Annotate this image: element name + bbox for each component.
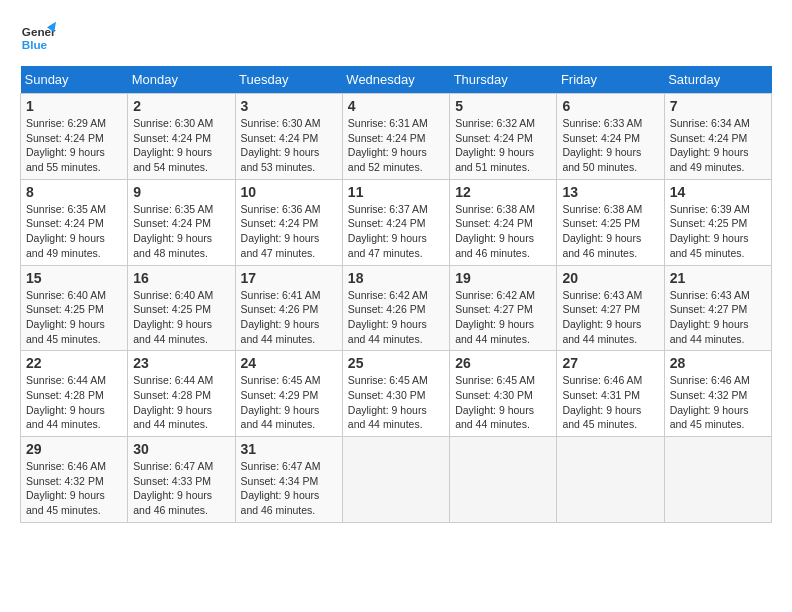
day-info: Sunrise: 6:29 AMSunset: 4:24 PMDaylight:…	[26, 116, 122, 175]
day-info: Sunrise: 6:37 AMSunset: 4:24 PMDaylight:…	[348, 202, 444, 261]
day-number: 22	[26, 355, 122, 371]
day-info: Sunrise: 6:43 AMSunset: 4:27 PMDaylight:…	[562, 288, 658, 347]
day-info: Sunrise: 6:38 AMSunset: 4:25 PMDaylight:…	[562, 202, 658, 261]
header: General Blue	[20, 20, 772, 56]
calendar-table: SundayMondayTuesdayWednesdayThursdayFrid…	[20, 66, 772, 523]
day-info: Sunrise: 6:38 AMSunset: 4:24 PMDaylight:…	[455, 202, 551, 261]
calendar-cell: 16Sunrise: 6:40 AMSunset: 4:25 PMDayligh…	[128, 265, 235, 351]
calendar-cell: 31Sunrise: 6:47 AMSunset: 4:34 PMDayligh…	[235, 437, 342, 523]
day-info: Sunrise: 6:30 AMSunset: 4:24 PMDaylight:…	[241, 116, 337, 175]
calendar-cell: 23Sunrise: 6:44 AMSunset: 4:28 PMDayligh…	[128, 351, 235, 437]
calendar-cell	[557, 437, 664, 523]
calendar-cell: 4Sunrise: 6:31 AMSunset: 4:24 PMDaylight…	[342, 94, 449, 180]
calendar-cell: 24Sunrise: 6:45 AMSunset: 4:29 PMDayligh…	[235, 351, 342, 437]
day-info: Sunrise: 6:39 AMSunset: 4:25 PMDaylight:…	[670, 202, 766, 261]
day-info: Sunrise: 6:45 AMSunset: 4:30 PMDaylight:…	[455, 373, 551, 432]
calendar-cell: 6Sunrise: 6:33 AMSunset: 4:24 PMDaylight…	[557, 94, 664, 180]
day-header-tuesday: Tuesday	[235, 66, 342, 94]
calendar-cell: 29Sunrise: 6:46 AMSunset: 4:32 PMDayligh…	[21, 437, 128, 523]
calendar-cell: 13Sunrise: 6:38 AMSunset: 4:25 PMDayligh…	[557, 179, 664, 265]
day-info: Sunrise: 6:42 AMSunset: 4:27 PMDaylight:…	[455, 288, 551, 347]
day-number: 5	[455, 98, 551, 114]
day-info: Sunrise: 6:42 AMSunset: 4:26 PMDaylight:…	[348, 288, 444, 347]
day-info: Sunrise: 6:47 AMSunset: 4:33 PMDaylight:…	[133, 459, 229, 518]
logo: General Blue	[20, 20, 56, 56]
calendar-cell: 7Sunrise: 6:34 AMSunset: 4:24 PMDaylight…	[664, 94, 771, 180]
day-info: Sunrise: 6:44 AMSunset: 4:28 PMDaylight:…	[26, 373, 122, 432]
day-number: 6	[562, 98, 658, 114]
day-info: Sunrise: 6:32 AMSunset: 4:24 PMDaylight:…	[455, 116, 551, 175]
day-info: Sunrise: 6:30 AMSunset: 4:24 PMDaylight:…	[133, 116, 229, 175]
calendar-cell: 12Sunrise: 6:38 AMSunset: 4:24 PMDayligh…	[450, 179, 557, 265]
day-header-monday: Monday	[128, 66, 235, 94]
calendar-cell: 25Sunrise: 6:45 AMSunset: 4:30 PMDayligh…	[342, 351, 449, 437]
calendar-cell: 26Sunrise: 6:45 AMSunset: 4:30 PMDayligh…	[450, 351, 557, 437]
day-number: 24	[241, 355, 337, 371]
day-number: 31	[241, 441, 337, 457]
calendar-cell: 17Sunrise: 6:41 AMSunset: 4:26 PMDayligh…	[235, 265, 342, 351]
calendar-cell: 1Sunrise: 6:29 AMSunset: 4:24 PMDaylight…	[21, 94, 128, 180]
day-number: 3	[241, 98, 337, 114]
day-number: 10	[241, 184, 337, 200]
calendar-cell: 11Sunrise: 6:37 AMSunset: 4:24 PMDayligh…	[342, 179, 449, 265]
day-number: 13	[562, 184, 658, 200]
day-info: Sunrise: 6:45 AMSunset: 4:30 PMDaylight:…	[348, 373, 444, 432]
day-number: 17	[241, 270, 337, 286]
day-number: 18	[348, 270, 444, 286]
calendar-cell	[664, 437, 771, 523]
day-number: 28	[670, 355, 766, 371]
day-number: 27	[562, 355, 658, 371]
calendar-cell: 10Sunrise: 6:36 AMSunset: 4:24 PMDayligh…	[235, 179, 342, 265]
day-info: Sunrise: 6:31 AMSunset: 4:24 PMDaylight:…	[348, 116, 444, 175]
calendar-cell: 20Sunrise: 6:43 AMSunset: 4:27 PMDayligh…	[557, 265, 664, 351]
day-number: 2	[133, 98, 229, 114]
week-row-4: 22Sunrise: 6:44 AMSunset: 4:28 PMDayligh…	[21, 351, 772, 437]
calendar-cell: 27Sunrise: 6:46 AMSunset: 4:31 PMDayligh…	[557, 351, 664, 437]
day-info: Sunrise: 6:34 AMSunset: 4:24 PMDaylight:…	[670, 116, 766, 175]
day-info: Sunrise: 6:45 AMSunset: 4:29 PMDaylight:…	[241, 373, 337, 432]
week-row-3: 15Sunrise: 6:40 AMSunset: 4:25 PMDayligh…	[21, 265, 772, 351]
week-row-1: 1Sunrise: 6:29 AMSunset: 4:24 PMDaylight…	[21, 94, 772, 180]
day-header-saturday: Saturday	[664, 66, 771, 94]
calendar-cell: 18Sunrise: 6:42 AMSunset: 4:26 PMDayligh…	[342, 265, 449, 351]
day-header-thursday: Thursday	[450, 66, 557, 94]
calendar-cell: 9Sunrise: 6:35 AMSunset: 4:24 PMDaylight…	[128, 179, 235, 265]
day-info: Sunrise: 6:47 AMSunset: 4:34 PMDaylight:…	[241, 459, 337, 518]
day-number: 16	[133, 270, 229, 286]
day-info: Sunrise: 6:35 AMSunset: 4:24 PMDaylight:…	[133, 202, 229, 261]
calendar-cell: 21Sunrise: 6:43 AMSunset: 4:27 PMDayligh…	[664, 265, 771, 351]
day-number: 4	[348, 98, 444, 114]
day-number: 9	[133, 184, 229, 200]
day-number: 14	[670, 184, 766, 200]
calendar-cell: 22Sunrise: 6:44 AMSunset: 4:28 PMDayligh…	[21, 351, 128, 437]
day-number: 11	[348, 184, 444, 200]
day-number: 8	[26, 184, 122, 200]
day-number: 12	[455, 184, 551, 200]
day-info: Sunrise: 6:46 AMSunset: 4:32 PMDaylight:…	[26, 459, 122, 518]
calendar-cell: 2Sunrise: 6:30 AMSunset: 4:24 PMDaylight…	[128, 94, 235, 180]
calendar-cell: 8Sunrise: 6:35 AMSunset: 4:24 PMDaylight…	[21, 179, 128, 265]
day-header-friday: Friday	[557, 66, 664, 94]
day-info: Sunrise: 6:46 AMSunset: 4:32 PMDaylight:…	[670, 373, 766, 432]
day-info: Sunrise: 6:40 AMSunset: 4:25 PMDaylight:…	[26, 288, 122, 347]
week-row-2: 8Sunrise: 6:35 AMSunset: 4:24 PMDaylight…	[21, 179, 772, 265]
day-header-sunday: Sunday	[21, 66, 128, 94]
day-number: 25	[348, 355, 444, 371]
day-info: Sunrise: 6:44 AMSunset: 4:28 PMDaylight:…	[133, 373, 229, 432]
day-header-wednesday: Wednesday	[342, 66, 449, 94]
day-info: Sunrise: 6:41 AMSunset: 4:26 PMDaylight:…	[241, 288, 337, 347]
day-info: Sunrise: 6:43 AMSunset: 4:27 PMDaylight:…	[670, 288, 766, 347]
day-number: 23	[133, 355, 229, 371]
day-number: 29	[26, 441, 122, 457]
day-number: 30	[133, 441, 229, 457]
day-number: 7	[670, 98, 766, 114]
calendar-cell: 19Sunrise: 6:42 AMSunset: 4:27 PMDayligh…	[450, 265, 557, 351]
day-number: 20	[562, 270, 658, 286]
svg-text:Blue: Blue	[22, 38, 48, 51]
day-number: 15	[26, 270, 122, 286]
calendar-cell: 3Sunrise: 6:30 AMSunset: 4:24 PMDaylight…	[235, 94, 342, 180]
calendar-cell: 28Sunrise: 6:46 AMSunset: 4:32 PMDayligh…	[664, 351, 771, 437]
logo-icon: General Blue	[20, 20, 56, 56]
calendar-cell	[342, 437, 449, 523]
calendar-cell	[450, 437, 557, 523]
